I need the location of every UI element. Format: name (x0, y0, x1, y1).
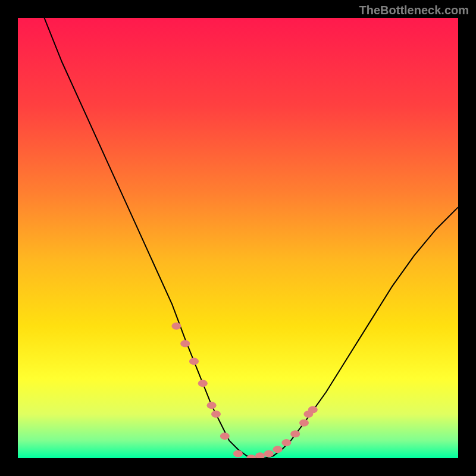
highlight-dot (180, 340, 190, 347)
highlight-dot (171, 322, 181, 330)
highlight-dot (233, 450, 243, 458)
highlight-dot (264, 450, 274, 458)
chart-svg (18, 18, 458, 458)
highlight-dot (211, 411, 221, 418)
highlight-dot (281, 439, 291, 446)
watermark-text: TheBottleneck.com (359, 4, 469, 17)
gradient-background (18, 18, 458, 458)
highlight-dot (299, 419, 309, 427)
highlight-dot (308, 406, 318, 414)
highlight-dot (273, 446, 283, 453)
highlight-dot (207, 402, 217, 409)
chart-container: TheBottleneck.com (0, 0, 476, 476)
highlight-dot (189, 358, 199, 365)
plot-area (18, 18, 458, 458)
highlight-dot (220, 433, 230, 440)
highlight-dot (198, 380, 208, 387)
highlight-dot (290, 430, 300, 437)
